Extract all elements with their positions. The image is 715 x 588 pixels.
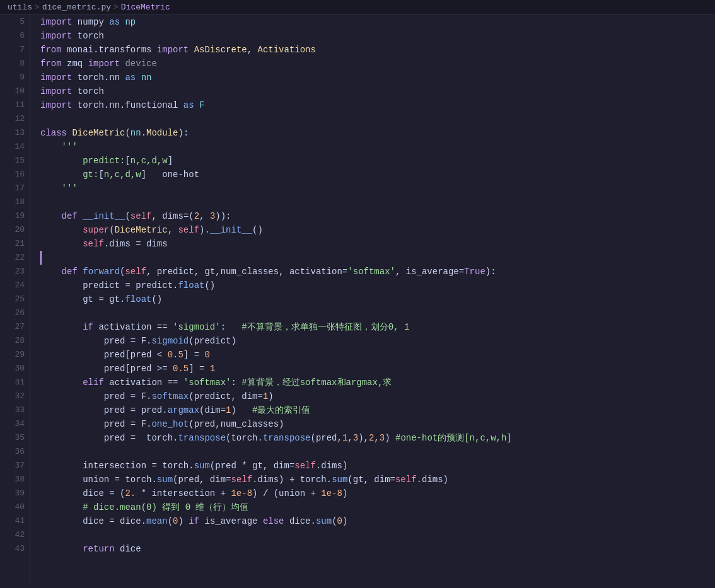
code-line: gt = gt.float() [40,292,715,306]
token-plain: ( [109,223,114,237]
token-num: 3 [380,431,385,445]
token-plain: * intersection + [136,487,231,500]
code-line: pred = torch.transpose(torch.transpose(p… [40,431,715,445]
token-plain: .dims = dims [104,237,168,251]
token-grey: device [125,57,156,71]
token-docstr: n,c,d,w [104,168,141,182]
line-number: 42 [5,528,25,542]
token-kw2: as [109,15,120,29]
token-fn: transpose [178,431,226,445]
token-plain: numpy [72,15,109,29]
code-line: self.dims = dims [40,237,715,251]
token-plain: ( [120,265,125,279]
token-plain [40,376,83,389]
token-plain [40,237,83,251]
token-plain: ) [268,389,273,403]
token-plain: ( [332,514,337,528]
token-cmt-zh: #算背景，经过softmax和argmax,求 [241,376,392,389]
breadcrumb-file: dice_metric.py [42,3,111,12]
token-plain: (pred, dim= [173,473,231,487]
token-plain: [ [98,168,103,182]
token-plain: activation == [93,320,173,334]
token-plain [40,223,83,237]
token-fn: mean [146,514,168,528]
token-fn: softmax [151,389,189,403]
line-number: 13 [5,126,25,140]
token-plain: .dims) [417,473,448,487]
token-fn: argmax [168,403,199,417]
token-plain: (gt, dim= [347,473,395,487]
line-number: 31 [5,376,25,389]
token-plain [78,265,83,279]
token-kw: if [189,514,199,528]
code-line [40,528,715,542]
code-line: pred = F.one_hot(pred,num_classes) [40,417,715,431]
line-number: 20 [5,223,25,237]
token-plain: torch.nn [72,71,125,84]
token-kw: from [40,57,62,71]
token-plain [189,43,194,57]
line-number: 40 [5,500,25,514]
token-plain: ( [125,126,130,140]
code-line [40,445,715,459]
token-plain: dice = dice. [40,514,146,528]
line-number: 25 [5,292,25,306]
token-cls: DiceMetric [72,126,125,140]
token-plain [78,209,83,223]
token-self-kw: self [125,265,146,279]
token-plain: intersection = torch. [40,459,194,473]
token-docstr: gt: [83,168,98,182]
token-mod: nn [131,126,141,140]
token-plain [40,168,83,182]
token-kw: class [40,126,67,140]
code-line: pred[pred >= 0.5] = 1 [40,362,715,376]
line-number: 7 [5,43,25,57]
token-plain: pred[pred >= [40,362,173,376]
token-plain: pred = torch. [40,431,178,445]
token-plain: , predict, gt,num_classes, activation= [146,265,347,279]
code-line [40,306,715,320]
token-plain: ( [168,514,173,528]
token-fn: sum [316,514,332,528]
token-cmt-zh: #one-hot的预测[n,c,w,h] [395,431,512,445]
token-fn: transpose [263,431,311,445]
code-line: pred = F.sigmoid(predict) [40,334,715,348]
code-line: predict = predict.float() [40,279,715,292]
token-plain [120,57,125,71]
code-line: import torch [40,84,715,98]
token-plain: (pred, [311,431,342,445]
breadcrumb-class: DiceMetric [121,3,170,12]
breadcrumb-utils: utils [8,3,32,12]
breadcrumb-sep-1: > [35,3,40,12]
token-plain: monai.transforms [62,43,157,57]
token-kw2: as [183,98,194,112]
code-line: dice = (2. * intersection + 1e-8) / (uni… [40,487,715,500]
token-docstr: ''' [62,182,78,195]
line-number: 21 [5,237,25,251]
line-number: 10 [5,84,25,98]
code-line: import torch.nn.functional as F [40,98,715,112]
token-plain: (pred,num_classes) [189,417,284,431]
line-number: 37 [5,459,25,473]
token-cls: Activations [258,43,316,57]
token-plain: ) [231,403,252,417]
token-plain [40,140,62,154]
token-kw: True [464,265,485,279]
token-kw: def [62,265,78,279]
token-docstr: predict: [83,154,125,168]
token-plain: , [247,43,258,57]
token-plain: dice. [284,514,316,528]
token-kw: import [40,15,72,29]
code-line: return dice [40,542,715,556]
token-plain: (pred * gt, dim= [210,459,294,473]
token-plain: () [151,292,162,306]
code-lines: import numpy as npimport torchfrom monai… [30,15,715,585]
line-number: 14 [5,140,25,154]
token-plain: . [141,126,146,140]
token-plain: is_average [199,514,263,528]
token-plain: ) [342,514,347,528]
code-line: super(DiceMetric, self).__init__() [40,223,715,237]
token-plain: torch [72,84,103,98]
token-str: 'softmax' [347,265,395,279]
token-docstr: ''' [62,140,78,154]
